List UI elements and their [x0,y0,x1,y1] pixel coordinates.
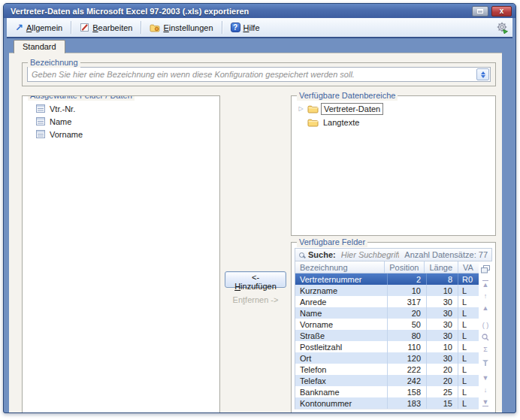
table-row[interactable]: Postleitzahl11010L [295,341,479,352]
table-row[interactable]: Anrede31730L [295,296,479,307]
title-bar: Vertreter-Daten als Microsoft Excel 97-2… [4,4,515,18]
goto-last-icon[interactable]: ▼ [482,397,489,406]
add-button[interactable]: <- Hinzufügen [225,271,286,288]
goto-first-icon[interactable]: ▲ [482,279,489,289]
column-header-0[interactable]: Bezeichnung [295,261,384,273]
table-rows: Vertreternummer28R0Kurzname1010LAnrede31… [295,273,479,409]
export-dialog-window: Vertreter-Daten als Microsoft Excel 97-2… [3,3,516,413]
toolbar-button-label: Allgemein [26,23,62,32]
toolbar-separator [71,21,71,34]
cell-laenge: 10 [426,285,458,296]
list-item[interactable]: Vorname [29,128,216,141]
tree-item[interactable]: ▷Vertreter-Daten [297,102,492,116]
scroll-down-icon[interactable]: ▼ [482,373,489,382]
cell-laenge: 25 [426,386,458,397]
table-row[interactable]: Kontonummer18315L [295,397,479,409]
close-button[interactable]: x [491,6,512,17]
cell-va: L [458,341,479,352]
search-row-icon[interactable] [482,333,489,342]
cell-bezeichnung: Telefon [295,364,387,375]
tab-strip: Standard [4,38,515,53]
table-row[interactable]: Telefax24220L [295,375,479,386]
table-row[interactable]: Ort12030L [295,352,479,364]
help-icon: ? [231,23,240,32]
spinner-down-icon [481,75,485,78]
cell-bezeichnung: Bankname [295,386,387,397]
selected-fields-list: Vtr.-Nr.NameVorname [29,102,216,141]
toolbar-button-allgemein[interactable]: ↗ Allgemein [11,21,67,35]
move-down-icon[interactable]: ↓ [484,385,488,394]
cell-laenge: 15 [426,397,458,409]
cell-va: L [458,319,479,330]
tab-page-standard: Bezeichnung Ausgewählte Felder / Daten V… [9,53,502,413]
restore-button[interactable] [472,6,488,17]
cell-laenge: 20 [426,375,458,386]
cell-va: L [458,330,479,341]
tree-item-label: Vertreter-Daten [321,103,383,115]
column-header-2[interactable]: Länge [424,261,458,273]
cell-va: L [458,397,479,409]
cell-position: 50 [387,319,426,330]
group-legend: Bezeichnung [28,57,80,68]
list-item[interactable]: Vtr.-Nr. [29,102,216,115]
cell-bezeichnung: Vorname [295,319,387,330]
scroll-up-icon[interactable]: ▲ [482,304,489,313]
toolbar-button-bearbeiten[interactable]: Bearbeiten [75,20,137,35]
search-bar: Suche: Anzahl Datensätze: 77 [295,248,492,261]
main-row: Ausgewählte Felder / Daten Vtr.-Nr.NameV… [22,92,496,413]
right-column: Verfügbare Datenbereiche ▷Vertreter-Date… [291,92,496,413]
cell-bezeichnung: Straße [295,330,387,341]
table-header: BezeichnungPositionLängeVA [295,261,479,273]
bezeichnung-combobox [27,67,491,82]
tree-item-label: Langtexte [321,117,361,128]
record-count: Anzahl Datensätze: 77 [404,250,488,259]
table-row[interactable]: Vertreternummer28R0 [295,273,479,285]
toolbar-button-label: Hilfe [243,23,260,32]
toolbar-button-einstellungen[interactable]: Einstellungen [145,21,217,35]
group-legend: Ausgewählte Felder / Daten [28,95,135,101]
table-row[interactable]: Kurzname1010L [295,285,479,296]
table-row[interactable]: Telefon22220L [295,364,479,375]
tree-item[interactable]: Langtexte [297,116,492,129]
cell-bezeichnung: Name [295,307,387,319]
bezeichnung-input[interactable] [28,68,476,81]
window-body: Standard Bezeichnung Ausgewählte Felder … [4,38,515,413]
cell-va: L [458,296,479,307]
summary-icon[interactable]: Σ [483,345,488,354]
cell-bezeichnung: Kontonummer [295,397,387,409]
list-item[interactable]: Name [29,115,216,128]
table-row[interactable]: Vorname5030L [295,319,479,330]
list-item-label: Vorname [50,130,83,139]
folder-icon [307,118,319,127]
table-row[interactable]: Bankname15825L [295,386,479,397]
remove-button[interactable]: Entfernen -> [228,295,283,305]
group-selected-fields: Ausgewählte Felder / Daten Vtr.-Nr.NameV… [22,95,220,413]
filter-icon[interactable] [482,357,488,366]
parentheses-icon[interactable]: ( ) [482,321,489,330]
column-chooser-icon[interactable] [481,264,490,273]
cell-bezeichnung: Telefax [295,375,387,386]
cell-va: L [458,386,479,397]
folder-icon [307,104,319,113]
search-input[interactable] [340,249,401,260]
export-gear-icon[interactable] [496,22,509,34]
table-row[interactable]: Name2030L [295,307,479,319]
column-header-3[interactable]: VA [458,261,479,273]
combo-dropdown-button[interactable] [476,68,489,80]
cell-bezeichnung: Ort [295,352,387,364]
cell-laenge: 10 [426,341,458,352]
cell-position: 120 [387,352,426,364]
table-row[interactable]: Straße8030L [295,330,479,341]
cell-position: 10 [387,285,426,296]
data-areas-tree: ▷Vertreter-DatenLangtexte [297,102,492,129]
field-grid-icon [36,104,45,113]
column-header-1[interactable]: Position [384,261,424,273]
arrow-up-right-icon: ↗ [15,23,23,32]
group-legend: Verfügbare Datenbereiche [297,90,398,101]
tab-standard[interactable]: Standard [14,40,65,53]
toolbar-button-hilfe[interactable]: ? Hilfe [226,20,265,35]
cell-bezeichnung: Vertreternummer [295,273,387,285]
expander-icon[interactable]: ▷ [297,106,305,112]
move-up-icon[interactable]: ↑ [484,292,488,301]
toolbar-separator [222,21,222,34]
